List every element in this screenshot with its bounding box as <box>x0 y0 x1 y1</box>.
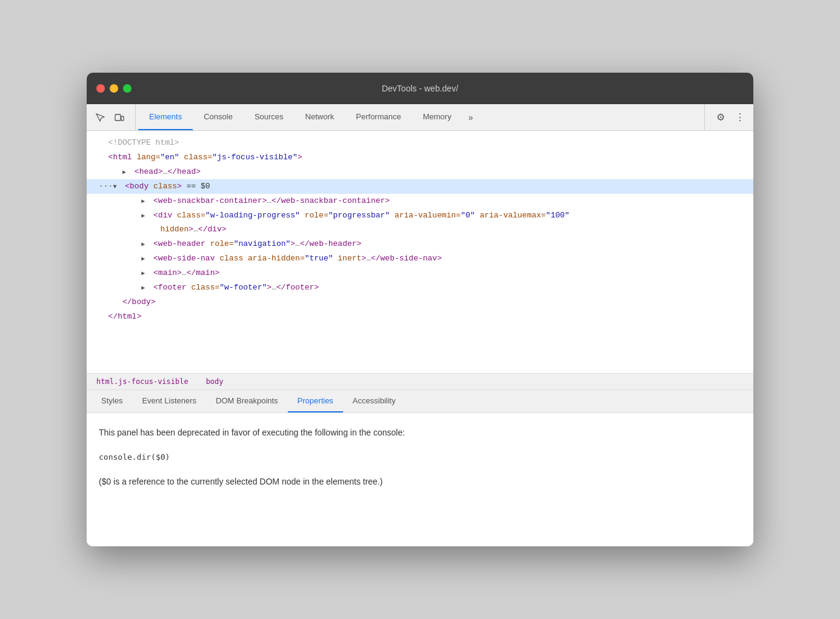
dom-line-web-header[interactable]: ▶ <web-header role="navigation">…</web-h… <box>87 237 753 251</box>
lower-tabs: Styles Event Listeners DOM Breakpoints P… <box>87 390 753 413</box>
devtools-window: DevTools - web.dev/ Elements Console <box>87 73 753 546</box>
dom-line-close-body[interactable]: </body> <box>87 295 753 310</box>
tab-properties[interactable]: Properties <box>288 390 343 412</box>
tab-dom-breakpoints[interactable]: DOM Breakpoints <box>206 390 288 412</box>
tab-sources[interactable]: Sources <box>244 104 295 130</box>
tab-network[interactable]: Network <box>295 104 345 130</box>
tab-elements[interactable]: Elements <box>138 104 193 130</box>
dom-line-loading-progress[interactable]: ▶ <div class="w-loading-progress" role="… <box>87 208 753 236</box>
dom-line-html[interactable]: <html lang="en" class="js-focus-visible"… <box>87 150 753 165</box>
close-button[interactable] <box>96 84 105 93</box>
breadcrumb-body[interactable]: body <box>206 377 224 386</box>
dom-line-footer[interactable]: ▶ <footer class="w-footer">…</footer> <box>87 280 753 295</box>
dom-line-close-html[interactable]: </html> <box>87 310 753 324</box>
dom-tree: <!DOCTYPE html> <html lang="en" class="j… <box>87 131 753 373</box>
maximize-button[interactable] <box>123 84 132 93</box>
dom-line-body[interactable]: ···▼ <body class> == $0 <box>87 179 753 194</box>
settings-button[interactable]: ⚙ <box>712 109 729 126</box>
tab-console[interactable]: Console <box>193 104 244 130</box>
device-toggle-button[interactable] <box>111 109 128 126</box>
toolbar-right: ⚙ ⋮ <box>704 104 748 130</box>
minimize-button[interactable] <box>110 84 118 93</box>
breadcrumb-html[interactable]: html.js-focus-visible <box>96 377 188 386</box>
more-tabs-button[interactable]: » <box>462 104 479 130</box>
tab-accessibility[interactable]: Accessibility <box>343 390 405 412</box>
svg-rect-1 <box>121 116 124 121</box>
tab-memory[interactable]: Memory <box>412 104 462 130</box>
toolbar-icons <box>92 104 136 130</box>
dom-line-doctype[interactable]: <!DOCTYPE html> <box>87 136 753 150</box>
svg-rect-0 <box>115 114 121 121</box>
tab-styles[interactable]: Styles <box>92 390 132 412</box>
dom-line-web-side-nav[interactable]: ▶ <web-side-nav class aria-hidden="true"… <box>87 251 753 266</box>
breadcrumb-bar: html.js-focus-visible body <box>87 373 753 390</box>
main-tabs: Elements Console Sources Network Perform… <box>138 104 702 130</box>
console-code: console.dir($0) <box>99 450 741 464</box>
toolbar: Elements Console Sources Network Perform… <box>87 104 753 131</box>
deprecated-message: This panel has been deprecated in favor … <box>99 425 741 440</box>
note-message: ($0 is a reference to the currently sele… <box>99 474 741 489</box>
dom-line-main[interactable]: ▶ <main>…</main> <box>87 266 753 280</box>
tab-event-listeners[interactable]: Event Listeners <box>132 390 206 412</box>
dom-line-head[interactable]: ▶ <head>…</head> <box>87 165 753 179</box>
tab-performance[interactable]: Performance <box>345 104 412 130</box>
dom-line-snackbar[interactable]: ▶ <web-snackbar-container>…</web-snackba… <box>87 194 753 208</box>
properties-panel: This panel has been deprecated in favor … <box>87 413 753 546</box>
inspect-cursor-button[interactable] <box>92 109 108 126</box>
window-title: DevTools - web.dev/ <box>382 84 458 93</box>
traffic-lights <box>96 84 132 93</box>
titlebar: DevTools - web.dev/ <box>87 73 753 104</box>
more-options-button[interactable]: ⋮ <box>732 109 748 126</box>
